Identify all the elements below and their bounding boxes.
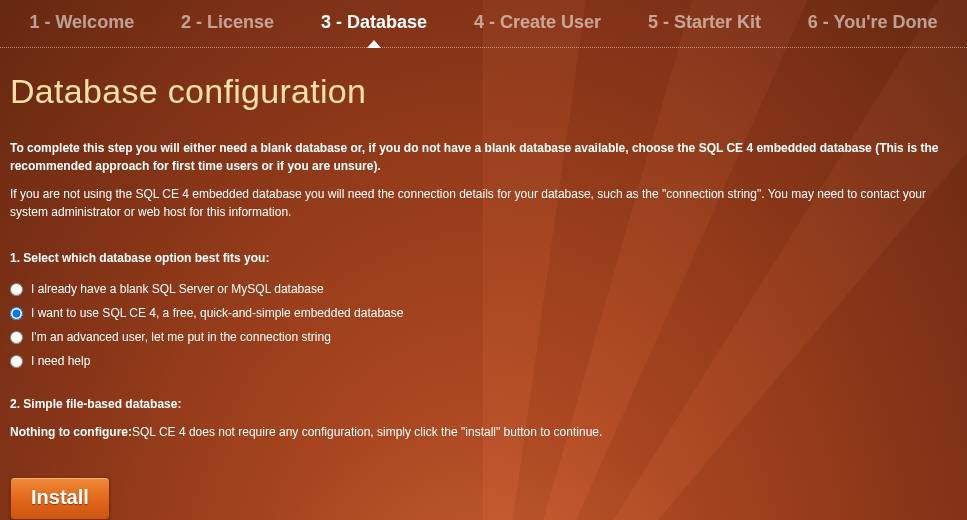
nothing-text: SQL CE 4 does not require any configurat…	[132, 425, 602, 439]
footer: Install	[0, 476, 967, 520]
step-create-user[interactable]: 4 - Create User	[468, 8, 607, 37]
step-license[interactable]: 2 - License	[175, 8, 280, 37]
step-done[interactable]: 6 - You're Done	[802, 8, 944, 37]
wizard-steps: 1 - Welcome 2 - License 3 - Database 4 -…	[0, 0, 967, 48]
option-label[interactable]: I'm an advanced user, let me put in the …	[31, 328, 331, 346]
nothing-label: Nothing to configure:	[10, 425, 132, 439]
content-area: Database configuration To complete this …	[0, 48, 967, 441]
intro-bold-text: To complete this step you will either ne…	[10, 139, 950, 175]
radio-sqlce4[interactable]	[10, 307, 23, 320]
step-welcome[interactable]: 1 - Welcome	[23, 8, 140, 37]
option-label[interactable]: I want to use SQL CE 4, a free, quick-an…	[31, 304, 403, 322]
option-label[interactable]: I need help	[31, 352, 90, 370]
section1-title: 1. Select which database option best fit…	[10, 249, 957, 267]
option-row: I already have a blank SQL Server or MyS…	[10, 277, 957, 301]
section2-title: 2. Simple file-based database:	[10, 395, 957, 413]
database-options: I already have a blank SQL Server or MyS…	[10, 277, 957, 373]
option-row: I need help	[10, 349, 957, 373]
nothing-to-configure: Nothing to configure:SQL CE 4 does not r…	[10, 423, 957, 441]
step-starter-kit[interactable]: 5 - Starter Kit	[642, 8, 767, 37]
step-database[interactable]: 3 - Database	[315, 8, 433, 37]
option-row: I want to use SQL CE 4, a free, quick-an…	[10, 301, 957, 325]
intro-regular-text: If you are not using the SQL CE 4 embedd…	[10, 185, 950, 221]
radio-help[interactable]	[10, 355, 23, 368]
radio-advanced[interactable]	[10, 331, 23, 344]
page-title: Database configuration	[10, 66, 957, 117]
option-label[interactable]: I already have a blank SQL Server or MyS…	[31, 280, 324, 298]
radio-blank-db[interactable]	[10, 283, 23, 296]
option-row: I'm an advanced user, let me put in the …	[10, 325, 957, 349]
install-button[interactable]: Install	[10, 477, 110, 520]
